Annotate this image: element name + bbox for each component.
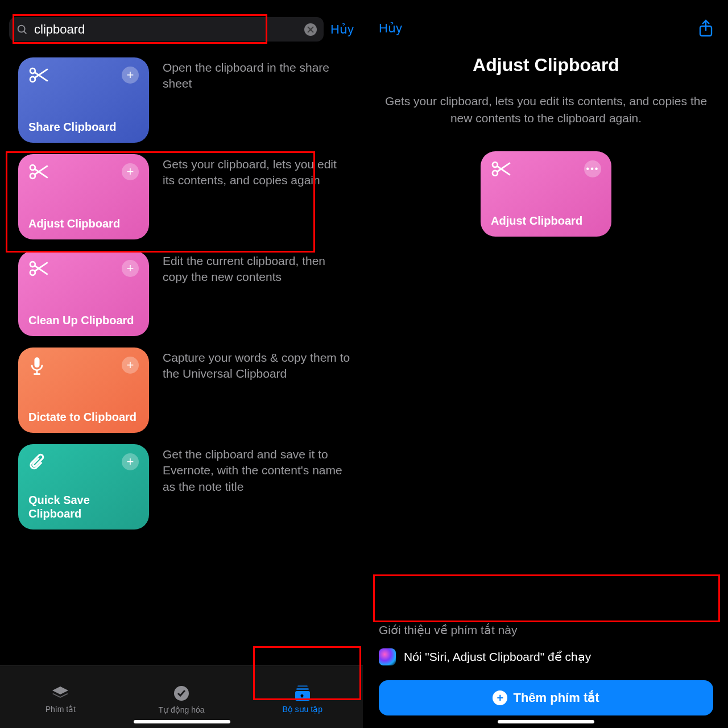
paperclip-icon	[28, 453, 47, 473]
result-desc: Gets your clipboard, lets you edit its c…	[163, 154, 350, 189]
tile-label: Share Clipboard	[28, 120, 139, 134]
result-row[interactable]: + Dictate to Clipboard Capture your word…	[0, 342, 363, 439]
svg-point-8	[30, 165, 35, 170]
home-indicator	[134, 720, 230, 723]
scissors-icon	[28, 67, 50, 84]
plus-icon: +	[493, 690, 507, 705]
svg-rect-20	[297, 685, 308, 687]
mic-icon	[28, 357, 46, 376]
add-button-label: Thêm phím tắt	[513, 690, 599, 705]
scissors-icon	[28, 260, 50, 277]
detail-title-block: Adjust Clipboard	[364, 42, 728, 82]
shortcut-tile-adjust-clipboard[interactable]: + Adjust Clipboard	[18, 154, 149, 239]
cancel-button[interactable]: Hủy	[379, 21, 402, 36]
siri-icon	[379, 648, 396, 665]
svg-point-25	[493, 171, 498, 176]
result-row[interactable]: + Clean Up Clipboard Edit the current cl…	[0, 245, 363, 342]
scissors-icon	[28, 163, 50, 180]
svg-point-13	[30, 270, 35, 275]
tab-shortcuts[interactable]: Phím tắt	[0, 666, 121, 728]
add-icon[interactable]: +	[122, 260, 139, 277]
svg-point-12	[30, 262, 35, 267]
tab-label: Tự động hóa	[158, 705, 204, 714]
tab-gallery[interactable]: Bộ sưu tập	[242, 666, 363, 728]
result-row[interactable]: + Adjust Clipboard Gets your clipboard, …	[0, 148, 363, 245]
tile-label: Clean Up Clipboard	[28, 313, 139, 327]
add-shortcut-button[interactable]: + Thêm phím tắt	[379, 680, 713, 715]
page-title: Adjust Clipboard	[379, 55, 713, 76]
shortcut-preview-tile[interactable]: ••• Adjust Clipboard	[481, 151, 611, 237]
result-desc: Open the clipboard in the share sheet	[163, 57, 350, 92]
shortcut-tile-quicksave-clipboard[interactable]: + Quick Save Clipboard	[18, 444, 149, 530]
svg-rect-16	[34, 357, 39, 367]
siri-hint-row: Nói "Siri, Adjust Clipboard" để chạy	[379, 648, 713, 665]
search-results: + Share Clipboard Open the clipboard in …	[0, 46, 363, 665]
result-desc: Edit the current clipboard, then copy th…	[163, 251, 350, 286]
svg-point-0	[18, 25, 25, 32]
siri-hint-text: Nói "Siri, Adjust Clipboard" để chạy	[404, 650, 591, 664]
shortcut-tile-cleanup-clipboard[interactable]: + Clean Up Clipboard	[18, 251, 149, 336]
add-icon[interactable]: +	[122, 453, 139, 470]
clear-icon[interactable]	[304, 23, 317, 36]
more-icon[interactable]: •••	[584, 160, 601, 177]
layers-icon	[51, 685, 69, 701]
tile-label: Adjust Clipboard	[491, 214, 601, 228]
svg-point-5	[30, 77, 35, 82]
svg-line-1	[24, 31, 26, 33]
tab-label: Bộ sưu tập	[282, 705, 322, 714]
gallery-icon	[294, 685, 311, 701]
svg-point-9	[30, 173, 35, 179]
shortcut-tile-share-clipboard[interactable]: + Share Clipboard	[18, 57, 149, 143]
clock-check-icon	[173, 685, 190, 702]
detail-header: Hủy	[364, 0, 728, 42]
add-icon[interactable]: +	[122, 67, 139, 84]
svg-point-24	[493, 162, 498, 167]
svg-point-4	[30, 68, 35, 73]
search-icon	[16, 23, 28, 36]
detail-bottom: Giới thiệu về phím tắt này Nói "Siri, Ad…	[364, 623, 728, 728]
result-row[interactable]: + Share Clipboard Open the clipboard in …	[0, 52, 363, 148]
tab-automation[interactable]: Tự động hóa	[121, 666, 242, 728]
search-input[interactable]: clipboard	[34, 22, 299, 37]
tab-bar: Phím tắt Tự động hóa Bộ sưu tập	[0, 665, 363, 728]
share-icon[interactable]	[698, 19, 713, 38]
detail-description: Gets your clipboard, lets you edit its c…	[364, 82, 728, 127]
add-icon[interactable]: +	[122, 163, 139, 180]
result-desc: Capture your words & copy them to the Un…	[163, 348, 350, 382]
search-row: clipboard Hủy	[0, 0, 363, 46]
shortcut-tile-dictate-clipboard[interactable]: + Dictate to Clipboard	[18, 348, 149, 433]
scissors-icon	[491, 160, 512, 177]
home-indicator	[498, 720, 594, 723]
tile-label: Quick Save Clipboard	[28, 493, 139, 520]
result-row[interactable]: + Quick Save Clipboard Get the clipboard…	[0, 439, 363, 535]
tile-label: Dictate to Clipboard	[28, 410, 139, 424]
gallery-search-screen: clipboard Hủy + Share Clipboard Open the…	[0, 0, 364, 728]
result-desc: Get the clipboard and save it to Evernot…	[163, 444, 350, 495]
cancel-button[interactable]: Hủy	[330, 22, 354, 37]
tab-label: Phím tắt	[46, 705, 76, 714]
tile-label: Adjust Clipboard	[28, 217, 139, 230]
add-icon[interactable]: +	[122, 357, 139, 374]
intro-label: Giới thiệu về phím tắt này	[379, 623, 713, 637]
svg-rect-21	[296, 688, 309, 690]
shortcut-detail-screen: Hủy Adjust Clipboard Gets your clipboard…	[364, 0, 728, 728]
search-box[interactable]: clipboard	[9, 17, 324, 42]
